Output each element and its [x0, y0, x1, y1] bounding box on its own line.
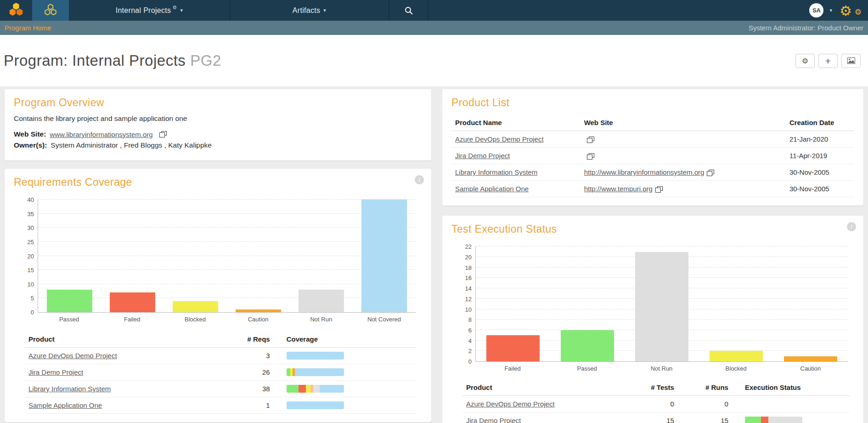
y-axis-label: 16: [465, 274, 472, 281]
spira-logo[interactable]: [0, 0, 32, 21]
open-new-window-icon[interactable]: [159, 131, 167, 137]
project-settings-icon: ⚙: [172, 5, 177, 11]
x-axis-label: Not Covered: [353, 316, 416, 323]
x-axis-label: Failed: [475, 365, 550, 372]
owners-value: System Administrator , Fred Bloggs , Kat…: [51, 141, 212, 149]
product-link[interactable]: Azure DevOps Demo Project: [466, 400, 555, 408]
user-menu[interactable]: SA ▾: [809, 0, 832, 21]
sub-bar: Program Home System Administrator: Produ…: [0, 21, 868, 35]
y-axis-label: 14: [465, 285, 472, 292]
coverage-bar: [287, 401, 344, 409]
info-icon[interactable]: i: [847, 222, 856, 231]
open-new-window-icon[interactable]: [707, 170, 714, 176]
artifacts-menu[interactable]: Artifacts ▾: [230, 0, 389, 21]
search-icon: [404, 6, 413, 15]
product-link[interactable]: Jira Demo Project: [466, 417, 521, 423]
y-axis-label: 35: [28, 210, 34, 217]
card-heading: Requirements Coverage: [14, 176, 422, 189]
column-header: Creation Date: [786, 114, 854, 131]
y-axis-label: 0: [468, 358, 472, 365]
page-header: Program: Internal ProjectsPG2 ⚙ +: [0, 35, 868, 86]
owners-line: Owner(s): System Administrator , Fred Bl…: [14, 141, 422, 149]
creation-date-cell: 30-Nov-2005: [786, 164, 854, 181]
open-new-window-icon[interactable]: [587, 137, 594, 143]
product-link[interactable]: Library Information System: [455, 168, 537, 176]
column-header: Product Name: [451, 114, 581, 131]
y-axis-label: 4: [468, 337, 472, 344]
x-axis-label: Passed: [550, 365, 624, 372]
bar-blocked: [173, 301, 218, 313]
req-count-cell: 3: [228, 348, 283, 364]
plus-icon: +: [825, 56, 831, 66]
y-axis-label: 25: [28, 238, 34, 245]
bar-blocked: [710, 351, 763, 361]
x-axis-labels: FailedPassedNot RunBlockedCaution: [475, 365, 848, 372]
add-widget-button[interactable]: +: [818, 54, 838, 68]
requirements-coverage-body: Azure DevOps Demo Project3Jira Demo Proj…: [25, 348, 416, 414]
honeycomb-icon: [44, 4, 57, 17]
program-description: Contains the library project and sample …: [14, 114, 422, 123]
y-axis-label: 20: [465, 253, 472, 260]
req-count-cell: 38: [228, 381, 283, 397]
hexagon-logo-icon: [8, 3, 24, 18]
info-icon[interactable]: i: [415, 175, 424, 184]
avatar: SA: [809, 3, 823, 17]
bar-slot: [773, 246, 848, 361]
open-new-window-icon[interactable]: [587, 153, 594, 160]
product-link[interactable]: Jira Demo Project: [455, 152, 510, 160]
product-list-body: Azure DevOps Demo Project21-Jan-2020Jira…: [451, 131, 854, 197]
artifacts-menu-label: Artifacts: [293, 6, 321, 15]
gear-icon: ⚙: [855, 7, 862, 17]
settings-button[interactable]: ⚙: [795, 54, 815, 68]
bars-row: [476, 246, 848, 361]
table-row: Library Information Systemhttp://www.lib…: [451, 164, 854, 181]
requirements-coverage-table: Product # Reqs Coverage Azure DevOps Dem…: [25, 331, 416, 414]
product-link[interactable]: Azure DevOps Demo Project: [455, 135, 544, 143]
right-column: Product List Product Name Web Site Creat…: [442, 89, 863, 423]
user-role-label: System Administrator: Product Owner: [749, 24, 863, 32]
product-link[interactable]: Azure DevOps Demo Project: [28, 352, 117, 360]
test-execution-card: Test Execution Status i 0246810121416182…: [442, 216, 863, 423]
bar-slot: [38, 200, 101, 312]
bar-slot: [290, 200, 353, 312]
bar-failed: [110, 292, 155, 312]
bar-slot: [164, 200, 227, 312]
bar-slot: [476, 246, 550, 361]
open-new-window-icon[interactable]: [655, 186, 663, 193]
bar-slot: [699, 246, 773, 361]
column-header: Product: [462, 379, 637, 396]
requirements-coverage-card: Requirements Coverage i 0510152025303540…: [5, 169, 431, 422]
bar-passed: [47, 290, 92, 312]
bar-slot: [625, 246, 699, 361]
product-link[interactable]: Library Information System: [28, 385, 111, 393]
card-heading: Product List: [451, 97, 854, 109]
bar-caution: [236, 309, 281, 312]
product-link[interactable]: Sample Application One: [28, 401, 102, 409]
project-selector[interactable]: Internal Projects ⚙ ▾: [69, 0, 230, 21]
product-link[interactable]: Jira Demo Project: [28, 368, 83, 376]
bar-slot: [227, 200, 290, 312]
product-list-card: Product List Product Name Web Site Creat…: [442, 89, 863, 206]
program-home-tab[interactable]: [32, 0, 69, 21]
website-link[interactable]: http://www.tempuri.org: [584, 185, 653, 193]
system-administration-button[interactable]: ⚙ ⚙: [839, 0, 862, 21]
chart-plot-area: 0510152025303540: [38, 200, 416, 313]
website-link[interactable]: www.libraryinformationsystem.org: [50, 131, 152, 138]
search-button[interactable]: [389, 0, 428, 21]
table-row: Sample Application One1: [25, 397, 416, 414]
table-row: Library Information System38: [25, 381, 416, 397]
product-link[interactable]: Sample Application One: [455, 185, 529, 193]
column-header: # Tests: [637, 379, 687, 396]
y-axis-label: 15: [28, 267, 34, 274]
customize-view-button[interactable]: [841, 54, 861, 68]
column-header: # Runs: [687, 379, 741, 396]
column-header: Execution Status: [741, 379, 850, 396]
x-axis-label: Blocked: [699, 365, 773, 372]
x-axis-label: Caution: [773, 365, 848, 372]
header-actions: ⚙ +: [795, 54, 861, 68]
bar-slot: [353, 200, 416, 312]
website-link[interactable]: http://www.libraryinformationsystem.org: [584, 168, 705, 176]
coverage-bar: [287, 385, 344, 393]
run-count-cell: 0: [687, 396, 741, 412]
y-axis-label: 10: [465, 306, 472, 313]
